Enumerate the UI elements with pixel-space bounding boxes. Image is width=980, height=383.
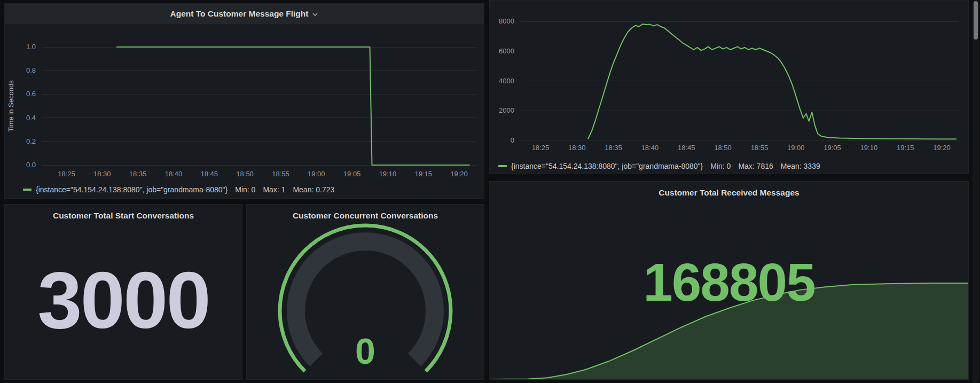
legend-max: Max: 7816 (738, 162, 773, 170)
svg-text:18:35: 18:35 (605, 144, 622, 152)
svg-text:18:50: 18:50 (714, 144, 732, 152)
concurrent-conversations-value: 0 (355, 331, 375, 371)
flight-legend[interactable]: {instance="54.154.24.138:8080", job="gra… (23, 185, 334, 194)
svg-text:6000: 6000 (499, 47, 514, 55)
svg-text:19:20: 19:20 (450, 170, 468, 178)
chevron-down-icon (312, 12, 318, 17)
svg-text:19:00: 19:00 (308, 170, 325, 178)
series-color-swatch (23, 189, 32, 191)
svg-text:18:55: 18:55 (751, 144, 769, 152)
panel-agent-to-customer-message-flight: Agent To Customer Message Flight 0.00.20… (4, 3, 484, 199)
svg-text:0.8: 0.8 (26, 66, 36, 74)
panel-header-flight[interactable]: Agent To Customer Message Flight (5, 4, 484, 24)
svg-text:8000: 8000 (499, 17, 514, 25)
start-conversations-value: 3000 (37, 260, 209, 340)
concurrent-conversations-gauge: 0 (247, 221, 484, 377)
svg-text:0.0: 0.0 (26, 161, 36, 169)
panel-title-concurrent-conversations[interactable]: Customer Concurrent Conversations (247, 205, 484, 221)
legend-min: Min: 0 (235, 185, 255, 194)
legend-min: Min: 0 (710, 162, 731, 170)
vertical-scrollbar[interactable] (973, 0, 979, 383)
svg-text:18:40: 18:40 (165, 170, 183, 178)
svg-text:19:15: 19:15 (414, 170, 432, 178)
series-name[interactable]: {instance="54.154.24.138:8080", job="gra… (511, 162, 703, 170)
svg-text:19:05: 19:05 (343, 170, 361, 178)
throughput-legend[interactable]: {instance="54.154.24.138:8080", job="gra… (498, 162, 820, 170)
svg-text:Time in Seconds: Time in Seconds (7, 80, 15, 132)
scrollbar-thumb[interactable] (974, 1, 978, 40)
legend-max: Max: 1 (263, 185, 285, 194)
svg-text:18:45: 18:45 (678, 144, 695, 152)
svg-text:0.6: 0.6 (26, 90, 36, 98)
svg-text:19:10: 19:10 (860, 144, 878, 152)
panel-customer-concurrent-conversations: Customer Concurrent Conversations 0 (246, 204, 484, 380)
svg-text:18:25: 18:25 (532, 144, 550, 152)
svg-text:18:40: 18:40 (641, 144, 659, 152)
panel-customer-total-received-messages: Customer Total Received Messages 168805 (489, 181, 969, 380)
grafana-dashboard: Agent To Customer Message Flight 0.00.20… (0, 0, 980, 383)
series-color-swatch (498, 165, 507, 167)
panel-customer-total-start-conversations: Customer Total Start Conversations 3000 (4, 204, 242, 380)
panel-title-start-conversations[interactable]: Customer Total Start Conversations (5, 205, 242, 221)
svg-text:18:25: 18:25 (58, 170, 75, 178)
svg-text:1.0: 1.0 (26, 43, 36, 51)
svg-text:18:45: 18:45 (200, 170, 218, 178)
svg-text:19:00: 19:00 (787, 144, 805, 152)
svg-text:18:50: 18:50 (236, 170, 254, 178)
svg-text:0.4: 0.4 (26, 114, 36, 122)
svg-text:0.2: 0.2 (26, 137, 36, 145)
panel-title-flight[interactable]: Agent To Customer Message Flight (170, 9, 309, 19)
legend-mean: Mean: 0.723 (293, 185, 334, 194)
panel-title-received-messages[interactable]: Customer Total Received Messages (490, 182, 968, 198)
stat-container: 3000 (5, 221, 242, 379)
legend-mean: Mean: 3339 (781, 162, 820, 170)
flight-line-chart: 0.00.20.40.60.81.018:2518:3018:3518:4018… (5, 24, 484, 184)
svg-text:18:30: 18:30 (568, 144, 586, 152)
panel-message-throughput: 0200040006000800018:2518:3018:3518:4018:… (489, 0, 969, 174)
throughput-line-chart: 0200040006000800018:2518:3018:3518:4018:… (490, 1, 968, 157)
svg-text:18:55: 18:55 (272, 170, 289, 178)
svg-text:2000: 2000 (499, 106, 514, 114)
svg-text:18:30: 18:30 (93, 170, 111, 178)
series-name[interactable]: {instance="54.154.24.138:8080", job="gra… (36, 185, 228, 194)
received-messages-value: 168805 (490, 255, 968, 309)
svg-text:19:10: 19:10 (379, 170, 397, 178)
svg-text:19:15: 19:15 (897, 144, 914, 152)
svg-text:18:35: 18:35 (129, 170, 147, 178)
svg-text:0: 0 (511, 136, 514, 144)
svg-text:19:05: 19:05 (824, 144, 841, 152)
svg-text:19:20: 19:20 (933, 144, 951, 152)
svg-text:4000: 4000 (499, 77, 514, 85)
